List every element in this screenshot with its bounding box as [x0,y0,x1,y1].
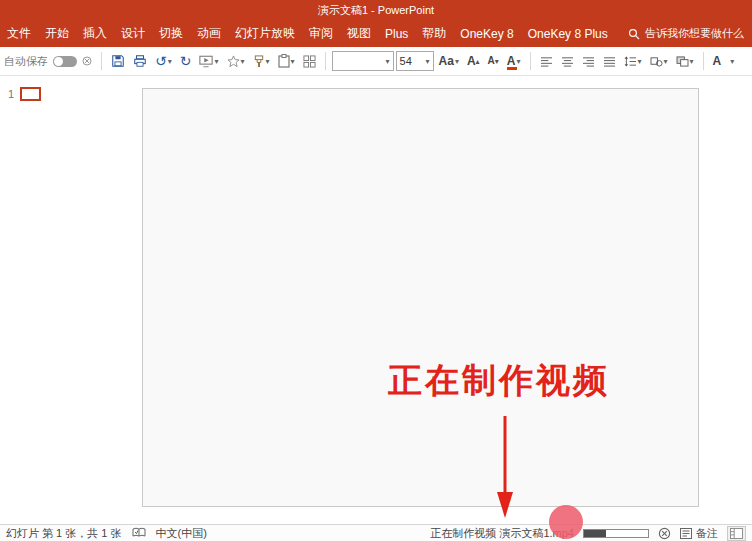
grow-font-icon: A [467,55,476,67]
toolbar-separator [101,52,102,70]
tab-review[interactable]: 审阅 [302,20,340,47]
align-center-icon [561,56,574,67]
slide-counter: 幻灯片 第 1 张，共 1 张 [6,526,122,541]
tab-animations[interactable]: 动画 [190,20,228,47]
chevron-down-icon: ▾ [214,57,218,66]
tab-design[interactable]: 设计 [114,20,152,47]
font-size-combobox[interactable]: 54 ▾ [396,51,434,71]
tab-file[interactable]: 文件 [0,20,38,47]
chevron-down-icon: ▾ [455,57,459,66]
chevron-down-icon: ▾ [638,57,642,66]
tab-slideshow[interactable]: 幻灯片放映 [228,20,302,47]
align-center-button[interactable] [558,49,577,73]
chevron-down-icon: ▾ [690,57,694,66]
slideshow-icon [199,55,213,68]
status-left: 幻灯片 第 1 张，共 1 张 中文(中国) [6,526,207,541]
tellme-search[interactable]: 告诉我你想要做什么 [624,20,752,47]
save-button[interactable] [108,49,128,73]
status-bar: 幻灯片 第 1 张，共 1 张 中文(中国) 正在制作视频 演示文稿1.mp4 … [0,524,752,541]
tab-home[interactable]: 开始 [38,20,76,47]
align-left-button[interactable] [537,49,556,73]
window-title: 演示文稿1 - PowerPoint [318,3,434,18]
tab-help[interactable]: 帮助 [415,20,453,47]
click-indicator [549,505,583,539]
ribbon-tab-bar: 文件 开始 插入 设计 切换 动画 幻灯片放映 审阅 视图 Plus 帮助 On… [0,20,752,47]
chevron-down-icon: ▾ [517,57,521,66]
cancel-export-icon[interactable] [658,527,671,540]
normal-view-button[interactable] [727,526,746,541]
toolbar-separator [703,52,704,70]
tab-onekey8[interactable]: OneKey 8 [453,20,520,47]
title-bar: 演示文稿1 - PowerPoint [0,0,752,20]
paste-button[interactable]: ▾ [275,49,298,73]
annotation-arrow-icon [487,414,523,522]
new-slide-button[interactable] [300,49,319,73]
autosave-toggle[interactable] [53,56,77,67]
shape-fill-button[interactable]: ▾ [647,49,671,73]
chevron-down-icon: ▾ [241,57,245,66]
toolbar-separator [325,52,326,70]
undo-icon: ↺ [155,54,167,68]
annotation-text: 正在制作视频 [388,358,610,404]
change-case-button[interactable]: Aa ▾ [436,49,462,73]
redo-button[interactable]: ↻ [177,49,195,73]
shrink-font-icon: A [488,56,495,66]
up-mark-icon: ▴ [476,57,480,66]
redo-icon: ↻ [180,54,192,68]
chevron-down-icon: ▾ [386,57,390,66]
down-mark-icon: ▾ [495,57,499,66]
tab-onekey8plus[interactable]: OneKey 8 Plus [521,20,615,47]
language-indicator[interactable]: 中文(中国) [156,526,207,541]
grow-font-button[interactable]: A ▴ [464,49,483,73]
export-progress-fill [584,530,606,537]
tab-insert[interactable]: 插入 [76,20,114,47]
arrange-icon [676,56,689,67]
chevron-down-icon: ▾ [426,57,430,66]
toggle-knob [54,57,63,66]
shrink-font-button[interactable]: A ▾ [485,49,502,73]
font-size-value: 54 [400,55,424,67]
notes-label: 备注 [696,526,718,541]
chevron-down-icon: ▾ [266,57,270,66]
slide-canvas[interactable] [142,88,699,507]
font-color-swatch [507,67,517,70]
spellcheck-icon[interactable] [132,527,146,539]
justify-icon [603,56,616,67]
brush-icon [253,55,265,68]
line-spacing-button[interactable]: ▾ [621,49,645,73]
slide-thumbnail-number: 1 [8,88,14,100]
tab-transitions[interactable]: 切换 [152,20,190,47]
quick-access-toolbar: 自动保存 ↺ ▾ ↻ ▾ ▾ ▾ [0,47,752,76]
font-name-combobox[interactable]: ▾ [332,51,394,71]
align-left-icon [540,56,553,67]
tellme-label: 告诉我你想要做什么 [645,26,744,41]
line-spacing-icon [624,56,637,67]
notes-button[interactable]: 备注 [680,526,718,541]
justify-button[interactable] [600,49,619,73]
notes-icon [680,528,692,539]
styles-icon: A [713,55,722,67]
format-painter-button[interactable]: ▾ [250,49,273,73]
slide-thumbnail[interactable] [20,87,41,101]
chevron-down-icon: ▾ [730,57,734,66]
quick-styles-button[interactable]: A [710,49,725,73]
chevron-down-icon: ▾ [664,57,668,66]
preview-animation-button[interactable]: ▾ [224,49,248,73]
tab-plus[interactable]: Plus [378,20,415,47]
star-icon [227,55,240,68]
tab-view[interactable]: 视图 [340,20,378,47]
autosave-label: 自动保存 [4,54,48,69]
workspace: 1 正在制作视频 [0,76,752,524]
search-icon [628,28,640,40]
font-color-icon: A [507,55,516,67]
start-slideshow-button[interactable]: ▾ [196,49,221,73]
arrange-button[interactable]: ▾ [673,49,697,73]
normal-view-icon [730,528,743,539]
toolbar-more-button[interactable]: ▾ [726,49,737,73]
align-right-button[interactable] [579,49,598,73]
clipboard-icon [278,54,290,68]
font-color-button[interactable]: A ▾ [504,49,524,73]
export-progress-bar [583,529,649,538]
print-button[interactable] [130,49,150,73]
undo-button[interactable]: ↺ ▾ [152,49,175,73]
